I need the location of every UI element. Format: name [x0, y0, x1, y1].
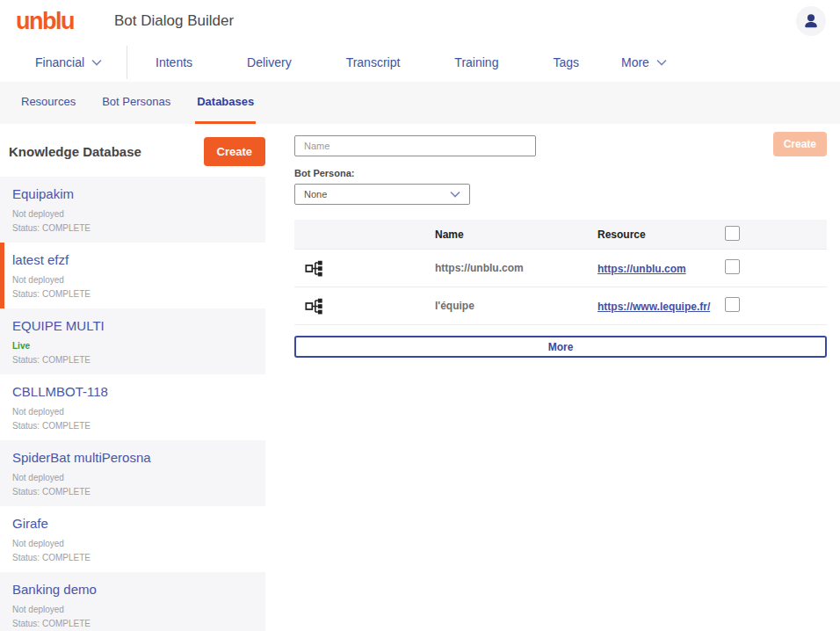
- user-avatar-icon: [801, 11, 821, 31]
- page-title: Bot Dialog Builder: [114, 12, 234, 30]
- more-button[interactable]: More: [294, 336, 827, 358]
- tab-resources[interactable]: Resources: [19, 82, 77, 124]
- row-checkbox[interactable]: [725, 259, 740, 274]
- nav-item-tags[interactable]: Tags: [553, 55, 579, 69]
- user-avatar-button[interactable]: [796, 6, 826, 36]
- app-header: unblu Bot Dialog Builder: [0, 0, 840, 42]
- resource-name: l'équipe: [435, 300, 597, 312]
- bot-persona-select[interactable]: None: [294, 184, 470, 205]
- nav-item-intents[interactable]: Intents: [156, 55, 192, 69]
- tab-databases[interactable]: Databases: [195, 82, 256, 124]
- live-badge: Live: [12, 339, 257, 353]
- database-name: Banking demo: [12, 582, 257, 597]
- tab-bot-personas[interactable]: Bot Personas: [100, 82, 172, 124]
- nav-divider: [127, 46, 127, 79]
- status-text: Status: COMPLETE: [12, 221, 257, 236]
- nav-item-more[interactable]: More: [621, 55, 667, 69]
- name-input[interactable]: [294, 135, 536, 156]
- list-item-equipakim[interactable]: Equipakim Not deployed Status: COMPLETE: [0, 177, 265, 243]
- database-detail-panel: Create Bot Persona: None Name Resource: [265, 135, 840, 358]
- resources-table: Name Resource https://unblu.com https://…: [294, 220, 827, 325]
- create-database-button[interactable]: Create: [204, 137, 265, 166]
- nav-item-transcript[interactable]: Transcript: [346, 55, 401, 69]
- create-resource-button-disabled[interactable]: Create: [773, 132, 827, 156]
- database-name: Girafe: [12, 516, 257, 531]
- deploy-status: Not deployed: [12, 405, 257, 419]
- bot-persona-label: Bot Persona:: [294, 168, 827, 178]
- list-item-girafe[interactable]: Girafe Not deployed Status: COMPLETE: [0, 506, 265, 572]
- content-area: Knowledge Database Create Equipakim Not …: [0, 124, 840, 631]
- sub-tab-strip: Resources Bot Personas Databases: [0, 82, 840, 124]
- resource-name: https://unblu.com: [435, 262, 597, 274]
- list-item-latest-efzf[interactable]: latest efzf Not deployed Status: COMPLET…: [0, 243, 265, 308]
- detail-form-top-row: Create: [294, 135, 827, 156]
- table-row: https://unblu.com https://unblu.com: [294, 250, 827, 287]
- chevron-down-icon: [656, 59, 667, 66]
- database-name: latest efzf: [12, 252, 257, 267]
- resource-link[interactable]: https://unblu.com: [597, 263, 686, 275]
- database-name: EQUIPE MULTI: [12, 318, 257, 333]
- deploy-status: Not deployed: [12, 603, 257, 617]
- deploy-status: Not deployed: [12, 471, 257, 485]
- database-name: Equipakim: [12, 186, 257, 201]
- sitemap-icon: [305, 297, 323, 316]
- database-name: CBLLMBOT-118: [12, 384, 257, 399]
- resource-link[interactable]: https://www.lequipe.fr/: [597, 301, 710, 313]
- chevron-down-icon: [450, 191, 460, 198]
- unblu-logo: unblu: [16, 10, 74, 33]
- chevron-down-icon: [91, 59, 102, 66]
- table-header-row: Name Resource: [294, 220, 827, 250]
- list-item-spiderbat[interactable]: SpiderBat multiPerosna Not deployed Stat…: [0, 440, 265, 506]
- nav-item-financial[interactable]: Financial: [35, 55, 102, 69]
- deploy-status: Not deployed: [12, 537, 257, 551]
- knowledge-database-title: Knowledge Database: [9, 144, 141, 159]
- select-all-checkbox[interactable]: [725, 226, 740, 241]
- database-name: SpiderBat multiPerosna: [12, 450, 257, 465]
- knowledge-database-panel: Knowledge Database Create Equipakim Not …: [0, 135, 265, 631]
- list-item-cbllmbot-118[interactable]: CBLLMBOT-118 Not deployed Status: COMPLE…: [0, 374, 265, 440]
- deploy-status: Not deployed: [12, 273, 257, 287]
- column-header-resource: Resource: [597, 228, 721, 241]
- nav-item-training[interactable]: Training: [454, 55, 498, 69]
- deploy-status: Not deployed: [12, 207, 257, 221]
- status-text: Status: COMPLETE: [12, 353, 257, 367]
- nav-more-label: More: [621, 55, 649, 69]
- list-item-banking-demo[interactable]: Banking demo Not deployed Status: COMPLE…: [0, 572, 265, 631]
- sitemap-icon: [305, 259, 323, 278]
- status-text: Status: COMPLETE: [12, 287, 257, 301]
- status-text: Status: COMPLETE: [12, 485, 257, 499]
- bot-persona-selected-value: None: [304, 189, 327, 199]
- row-checkbox[interactable]: [725, 297, 740, 312]
- table-row: l'équipe https://www.lequipe.fr/: [294, 287, 827, 325]
- status-text: Status: COMPLETE: [12, 617, 257, 631]
- column-header-name: Name: [435, 228, 597, 241]
- nav-item-delivery[interactable]: Delivery: [247, 55, 292, 69]
- status-text: Status: COMPLETE: [12, 419, 257, 433]
- list-item-equipe-multi[interactable]: EQUIPE MULTI Live Status: COMPLETE: [0, 308, 265, 374]
- database-list: Equipakim Not deployed Status: COMPLETE …: [0, 177, 265, 631]
- main-nav: Financial Intents Delivery Transcript Tr…: [0, 42, 840, 82]
- nav-financial-label: Financial: [35, 55, 84, 69]
- knowledge-database-header: Knowledge Database Create: [0, 135, 265, 177]
- status-text: Status: COMPLETE: [12, 551, 257, 565]
